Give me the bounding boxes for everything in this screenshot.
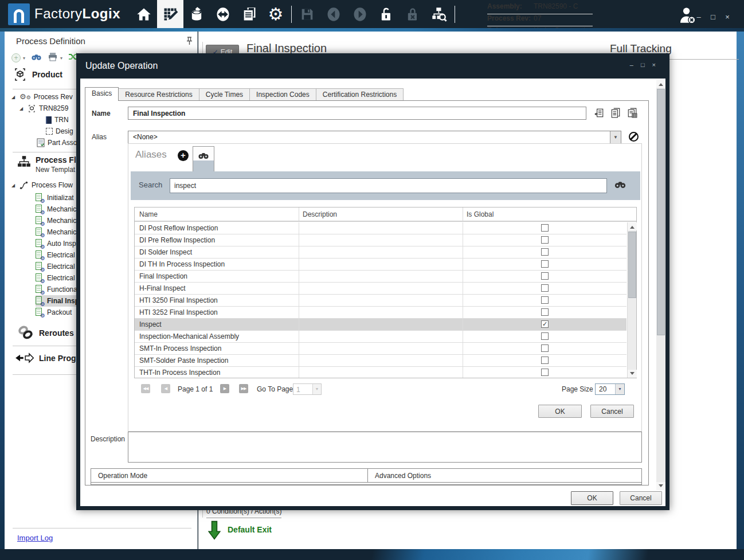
is-global-checkbox[interactable]: ✓	[541, 236, 549, 244]
expander-icon[interactable]: ◢	[11, 183, 17, 188]
dialog-ok-button[interactable]: OK	[571, 491, 613, 505]
is-global-checkbox[interactable]: ✓	[541, 344, 549, 352]
alias-row[interactable]: DI Pre Reflow Inspection ✓	[135, 234, 626, 246]
find-button[interactable]	[31, 53, 42, 63]
process-definition-button[interactable]	[157, 0, 183, 28]
unlock-button[interactable]	[373, 0, 400, 28]
is-global-checkbox[interactable]: ✓	[541, 248, 549, 256]
back-button[interactable]	[320, 0, 347, 28]
add-icon[interactable]: +	[11, 53, 21, 62]
default-exit[interactable]: Default Exit	[208, 520, 272, 540]
column-is-global[interactable]: Is Global	[463, 207, 636, 221]
page-size-select[interactable]: 20 ▼	[595, 383, 625, 395]
is-global-checkbox[interactable]: ✓	[541, 308, 549, 316]
reroutes-node[interactable]: Reroutes	[17, 325, 74, 340]
chevron-down-icon[interactable]: ▼	[610, 131, 621, 143]
alias-row[interactable]: H-Final Inspect ✓	[135, 283, 626, 295]
alias-row[interactable]: Inspect ✓	[135, 319, 626, 331]
home-button[interactable]	[131, 0, 157, 28]
scroll-down-icon[interactable]	[656, 482, 665, 490]
lock-discard-button[interactable]	[400, 0, 426, 28]
tab-inspection-codes[interactable]: Inspection Codes	[250, 88, 316, 101]
alias-row[interactable]: Final Inspection ✓	[135, 271, 626, 283]
maximize-button[interactable]: □	[709, 13, 717, 21]
is-global-checkbox[interactable]: ✓	[541, 224, 549, 232]
scrollbar-thumb[interactable]	[657, 89, 665, 335]
is-global-checkbox[interactable]: ✓	[541, 357, 549, 364]
add-dropdown-caret[interactable]: ▾	[23, 56, 25, 61]
search-icon[interactable]	[614, 180, 626, 191]
description-textarea[interactable]	[128, 432, 642, 463]
transfer-button[interactable]	[210, 0, 236, 28]
logout-user-button[interactable]	[678, 6, 697, 24]
scroll-up-icon[interactable]	[656, 80, 665, 88]
alias-row[interactable]: HTI 3250 Final Inspection ✓	[135, 295, 626, 307]
first-page-button[interactable]: ◀◀	[141, 384, 150, 393]
column-description[interactable]: Description	[299, 207, 463, 221]
aliases-cancel-button[interactable]: Cancel	[590, 405, 634, 418]
name-input[interactable]	[128, 107, 586, 120]
is-global-checkbox[interactable]: ✓	[541, 260, 549, 268]
next-page-button[interactable]: ▶	[220, 384, 229, 393]
expander-icon[interactable]: ◢	[11, 95, 17, 100]
alias-row[interactable]: SMT-In Process Inspection ✓	[135, 343, 626, 355]
print-dropdown-caret[interactable]: ▾	[60, 56, 62, 61]
tree-node-product-rev[interactable]: ◢ TRN8259	[19, 103, 68, 114]
scroll-down-icon[interactable]	[628, 370, 637, 378]
line-program-node[interactable]: Line Progra	[15, 353, 84, 363]
dialog-cancel-button[interactable]: Cancel	[620, 491, 662, 505]
is-global-checkbox[interactable]: ✓	[541, 369, 549, 376]
flow-search-button[interactable]	[426, 0, 452, 28]
alias-table-scrollbar[interactable]	[627, 222, 636, 378]
expander-icon[interactable]: ◢	[19, 106, 25, 111]
goto-page-spinner[interactable]: ▼	[312, 384, 321, 394]
tree-node-document[interactable]: TRN	[46, 114, 69, 126]
alias-combobox[interactable]: <None> ▼	[128, 131, 621, 144]
add-alias-button[interactable]: +	[178, 150, 189, 161]
documents-button[interactable]	[236, 0, 263, 28]
dialog-maximize-button[interactable]: □	[641, 61, 645, 68]
minimize-button[interactable]: –	[695, 13, 703, 21]
print-button[interactable]	[48, 52, 58, 64]
column-name[interactable]: Name	[135, 207, 299, 221]
last-page-button[interactable]: ▶▶	[239, 384, 248, 393]
is-global-checkbox[interactable]: ✓	[541, 296, 549, 304]
save-button[interactable]	[294, 0, 320, 28]
is-global-checkbox[interactable]: ✓	[541, 272, 549, 280]
copy-operation-table-icon[interactable]	[627, 108, 637, 118]
close-button[interactable]: ×	[723, 13, 731, 21]
dialog-minimize-button[interactable]: –	[630, 61, 633, 68]
dialog-close-button[interactable]: ×	[652, 61, 656, 68]
aliases-ok-button[interactable]: OK	[538, 405, 582, 418]
import-log-link[interactable]: Import Log	[17, 534, 53, 542]
tab-cycle-times[interactable]: Cycle Times	[199, 88, 250, 101]
is-global-checkbox[interactable]: ✓	[541, 320, 549, 328]
tree-node-process-flow[interactable]: ◢ Process Flow	[11, 179, 73, 191]
pin-icon[interactable]	[186, 37, 193, 48]
settings-button[interactable]: ⚙	[263, 0, 289, 28]
alias-row[interactable]: HTI 3252 Final Inspection ✓	[135, 307, 626, 319]
tab-resource-restrictions[interactable]: Resource Restrictions	[119, 88, 199, 101]
tree-node-process-rev[interactable]: ◢ ⚙⚙ Process Rev	[11, 91, 73, 103]
alias-row[interactable]: SMT-Solder Paste Inspection ✓	[135, 355, 626, 367]
alias-row[interactable]: DI Post Reflow Inspection ✓	[135, 222, 626, 234]
tree-node-part-associations[interactable]: Part Asso	[37, 137, 77, 148]
rename-list-icon[interactable]	[594, 108, 604, 118]
forward-button[interactable]	[347, 0, 373, 28]
alias-row[interactable]: DI TH In Process Inspection ✓	[135, 259, 626, 271]
scroll-up-icon[interactable]	[628, 222, 637, 230]
tab-basics[interactable]: Basics	[85, 87, 119, 101]
alias-row[interactable]: THT-In Process Inspection ✓	[135, 367, 626, 378]
materials-button[interactable]	[183, 0, 210, 28]
dialog-scrollbar[interactable]	[656, 80, 665, 490]
product-node[interactable]: Product	[13, 67, 62, 82]
alias-row[interactable]: Inspection-Mechanical Assembly ✓	[135, 331, 626, 343]
clear-alias-icon[interactable]	[629, 132, 639, 142]
alias-row[interactable]: DI Solder Inspect ✓	[135, 246, 626, 259]
tab-certification-restrictions[interactable]: Certification Restrictions	[316, 88, 404, 101]
alias-search-input[interactable]	[170, 178, 607, 193]
search-aliases-tab[interactable]	[193, 146, 214, 171]
previous-page-button[interactable]: ◀	[161, 384, 170, 393]
is-global-checkbox[interactable]: ✓	[541, 284, 549, 292]
copy-operation-icon[interactable]	[610, 108, 621, 118]
